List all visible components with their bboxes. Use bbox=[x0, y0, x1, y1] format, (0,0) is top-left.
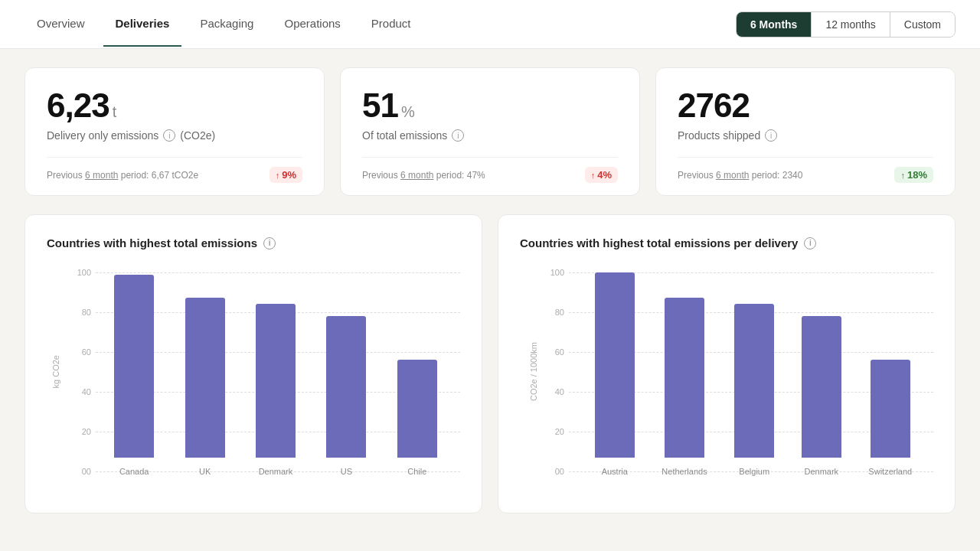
tab-product[interactable]: Product bbox=[359, 2, 423, 47]
emissions-value: 6,23 bbox=[47, 86, 109, 125]
bar bbox=[734, 304, 774, 458]
bar-group: US bbox=[326, 268, 366, 476]
emissions-badge: ↑ 9% bbox=[270, 167, 302, 183]
total-value: 51 bbox=[362, 86, 398, 125]
main-content: 6,23 t Delivery only emissions i (CO2e) … bbox=[0, 49, 980, 532]
products-badge: ↑ 18% bbox=[894, 167, 933, 183]
emissions-prev: Previous 6 month period: 6,67 tCO2e bbox=[47, 170, 198, 181]
chart1-area: 100 80 60 40 20 00 kg CO2e CanadaUKDenma… bbox=[47, 268, 460, 497]
bar-x-label: Switzerland bbox=[868, 467, 912, 476]
total-unit: % bbox=[401, 103, 415, 121]
total-label: Of total emissions i bbox=[362, 129, 618, 142]
stat-card-emissions: 6,23 t Delivery only emissions i (CO2e) … bbox=[24, 67, 325, 196]
chart2-bars: AustriaNetherlandsBelgiumDenmarkSwitzerl… bbox=[573, 268, 933, 476]
bar-x-label: Netherlands bbox=[662, 467, 707, 476]
stat-card-total: 51 % Of total emissions i Previous 6 mon… bbox=[340, 67, 640, 196]
bar bbox=[326, 316, 366, 458]
bar bbox=[114, 275, 154, 458]
bar-x-label: Belgium bbox=[739, 467, 769, 476]
bar-group: Denmark bbox=[256, 268, 296, 476]
stat-cards-row: 6,23 t Delivery only emissions i (CO2e) … bbox=[24, 67, 956, 196]
tab-operations[interactable]: Operations bbox=[272, 2, 352, 47]
bar-group: Chile bbox=[397, 268, 437, 476]
bar bbox=[665, 298, 704, 458]
chart1-y-label: kg CO2e bbox=[51, 355, 60, 388]
stat-main-emissions: 6,23 t bbox=[47, 86, 302, 125]
bar-group: Canada bbox=[114, 268, 154, 476]
bar-group: Switzerland bbox=[868, 268, 912, 476]
tab-deliveries[interactable]: Deliveries bbox=[103, 2, 182, 47]
nav-tabs: Overview Deliveries Packaging Operations… bbox=[24, 2, 423, 47]
bar-x-label: Austria bbox=[602, 467, 628, 476]
chart1-bars: CanadaUKDenmarkUSChile bbox=[91, 268, 460, 476]
period-12months[interactable]: 12 months bbox=[812, 12, 890, 37]
bar-x-label: US bbox=[341, 467, 352, 476]
nav-bar: Overview Deliveries Packaging Operations… bbox=[0, 0, 980, 49]
stat-main-products: 2762 bbox=[678, 86, 933, 125]
bar bbox=[595, 272, 635, 458]
charts-row: Countries with highest total emissions i… bbox=[24, 214, 956, 514]
products-footer: Previous 6 month period: 2340 ↑ 18% bbox=[678, 157, 933, 183]
stat-main-total: 51 % bbox=[362, 86, 618, 125]
bar-x-label: Chile bbox=[407, 467, 426, 476]
total-info-icon[interactable]: i bbox=[452, 129, 464, 142]
period-6months[interactable]: 6 Months bbox=[737, 12, 812, 37]
bar-group: Netherlands bbox=[662, 268, 707, 476]
chart-card-per-delivery: Countries with highest total emissions p… bbox=[498, 214, 956, 514]
products-value: 2762 bbox=[678, 86, 750, 125]
emissions-unit: t bbox=[113, 103, 117, 121]
chart-card-total-emissions: Countries with highest total emissions i… bbox=[24, 214, 482, 514]
tab-overview[interactable]: Overview bbox=[24, 2, 97, 47]
emissions-label: Delivery only emissions i (CO2e) bbox=[47, 129, 302, 142]
bar bbox=[871, 360, 910, 458]
emissions-info-icon[interactable]: i bbox=[163, 129, 175, 142]
bar-x-label: Denmark bbox=[804, 467, 838, 476]
total-prev: Previous 6 month period: 47% bbox=[362, 170, 485, 181]
chart2-title: Countries with highest total emissions p… bbox=[520, 236, 933, 249]
total-badge: ↑ 4% bbox=[585, 167, 618, 183]
products-prev: Previous 6 month period: 2340 bbox=[678, 170, 802, 181]
period-custom[interactable]: Custom bbox=[890, 12, 955, 37]
bar-group: UK bbox=[185, 268, 225, 476]
bar bbox=[256, 304, 296, 458]
bar-x-label: Canada bbox=[119, 467, 149, 476]
period-selector: 6 Months 12 months Custom bbox=[736, 11, 956, 37]
bar-group: Austria bbox=[595, 268, 635, 476]
chart1-title: Countries with highest total emissions i bbox=[47, 236, 460, 249]
bar-x-label: UK bbox=[199, 467, 211, 476]
products-info-icon[interactable]: i bbox=[765, 129, 777, 142]
total-footer: Previous 6 month period: 47% ↑ 4% bbox=[362, 157, 618, 183]
chart2-info-icon[interactable]: i bbox=[804, 237, 816, 249]
stat-card-products: 2762 Products shipped i Previous 6 month… bbox=[655, 67, 956, 196]
arrow-up-icon-3: ↑ bbox=[900, 171, 905, 180]
tab-packaging[interactable]: Packaging bbox=[188, 2, 266, 47]
bar-x-label: Denmark bbox=[259, 467, 293, 476]
products-label: Products shipped i bbox=[678, 129, 933, 142]
bar bbox=[397, 360, 437, 458]
chart1-info-icon[interactable]: i bbox=[263, 237, 276, 249]
bar-group: Denmark bbox=[802, 268, 841, 476]
arrow-up-icon-2: ↑ bbox=[591, 171, 596, 180]
chart2-area: 100 80 60 40 20 00 CO2e / 1000km Austria… bbox=[520, 268, 933, 497]
emissions-footer: Previous 6 month period: 6,67 tCO2e ↑ 9% bbox=[47, 157, 302, 183]
bar-group: Belgium bbox=[734, 268, 774, 476]
bar bbox=[802, 316, 841, 458]
arrow-up-icon: ↑ bbox=[276, 171, 280, 180]
chart2-y-label: CO2e / 1000km bbox=[529, 342, 538, 401]
bar bbox=[185, 298, 225, 458]
